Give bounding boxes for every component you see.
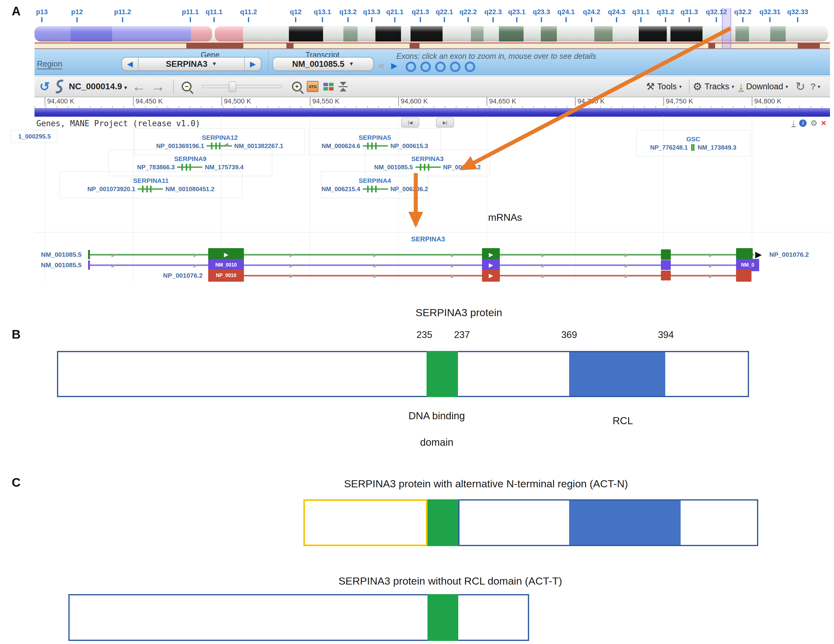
mrna-exon[interactable] — [661, 260, 671, 270]
density-block — [708, 44, 715, 48]
exon-dot[interactable] — [420, 61, 431, 72]
mrna-heading: mRNAs — [488, 212, 522, 223]
refresh-icon[interactable]: ↻ — [795, 80, 805, 93]
chevron-down-icon: ▾ — [818, 84, 820, 90]
chromosome-band — [671, 26, 703, 42]
domain-caption: DNA binding — [408, 410, 465, 422]
divider — [36, 232, 830, 232]
page-first-button[interactable]: |◀ — [401, 118, 419, 128]
divider — [689, 80, 690, 93]
gene-next-icon[interactable]: ▶ — [245, 60, 261, 68]
position-band[interactable] — [34, 108, 830, 117]
cytoband-tick — [190, 17, 191, 22]
ruler-minor-ticks — [34, 106, 830, 108]
density-block — [186, 44, 243, 48]
pan-right-icon[interactable]: → — [151, 78, 165, 95]
download-menu[interactable]: Download — [746, 82, 783, 92]
density-block — [410, 44, 419, 48]
sequence-icon[interactable] — [55, 79, 64, 94]
alternative-n-terminal-region — [303, 499, 427, 546]
mrna-line[interactable] — [89, 254, 754, 255]
transcript-selector[interactable]: NM_001085.5▼ — [272, 57, 374, 71]
cytoband-label: q23.3 — [533, 8, 550, 16]
chromosome-band — [289, 26, 323, 42]
undo-icon[interactable]: ↺ — [39, 79, 50, 94]
gear-icon[interactable]: ⚙ — [693, 80, 702, 93]
chromosome-band — [357, 26, 375, 42]
close-icon[interactable]: × — [821, 118, 826, 128]
mrna-line[interactable] — [89, 265, 759, 266]
tools-icon[interactable]: ⚒ — [646, 81, 655, 92]
zoom-slider[interactable] — [201, 85, 282, 88]
page-last-button[interactable]: ▶| — [436, 118, 454, 128]
gene-glyph-icon — [177, 164, 202, 171]
exon-next-icon[interactable]: ▶ — [391, 61, 397, 71]
gene-ref-right: NP_001076.2 — [443, 164, 481, 170]
chromosome-band — [34, 26, 71, 42]
gene-refs: NP_001369196.1NM_001382267.1 — [156, 142, 283, 149]
cytoband-tick — [769, 17, 771, 22]
cytoband-tick — [394, 17, 396, 22]
info-icon[interactable]: i — [799, 119, 807, 127]
chromosome-band — [471, 26, 483, 42]
mrna-exon[interactable]: NP_0010 — [208, 270, 244, 282]
chevron-down-icon: ▼ — [349, 61, 354, 67]
ruler-tick — [133, 97, 134, 106]
gene-value: SERPINA3 — [166, 60, 208, 69]
exon-dots[interactable] — [406, 61, 475, 72]
exon-dot[interactable] — [406, 61, 416, 72]
panel-b-label: B — [12, 328, 21, 341]
gene-name: SERPINA3 — [411, 155, 443, 162]
mrna-exon[interactable] — [736, 270, 752, 282]
atg-search-icon[interactable]: ATG — [307, 81, 318, 92]
track-title: Genes, MANE Project (release v1.0) — [36, 119, 200, 128]
gene-selector[interactable]: ◀ SERPINA3▼ ▶ — [121, 57, 262, 71]
exon-dot[interactable] — [435, 61, 446, 72]
pan-left-icon[interactable]: ← — [132, 78, 146, 95]
gene-refs: 1_000295.5 — [18, 133, 51, 139]
dna-binding-domain — [427, 351, 458, 397]
sequence-id-dropdown[interactable]: NC_000014.9 ▾ — [69, 82, 127, 92]
collapse-tracks-icon[interactable] — [338, 82, 348, 92]
ruler-tick-label: 94,700 K — [577, 97, 604, 105]
tools-menu[interactable]: Tools — [657, 82, 677, 92]
exon-dot[interactable] — [450, 61, 461, 72]
cytoband-label: p13 — [36, 8, 48, 16]
zoom-in-icon[interactable]: + — [292, 82, 302, 92]
tracks-menu[interactable]: Tracks — [705, 82, 729, 92]
mrna-exon[interactable] — [661, 249, 671, 260]
markers-icon[interactable] — [323, 83, 333, 90]
download-icon[interactable]: ↓ — [739, 81, 744, 92]
residue-number: 369 — [561, 329, 577, 341]
protein-title: SERPINA3 protein — [415, 307, 502, 319]
track-download-icon[interactable]: ↓ — [792, 119, 795, 127]
gear-icon[interactable]: ⚙ — [810, 118, 817, 128]
exon-dot[interactable] — [465, 61, 475, 72]
zoom-out-icon[interactable]: − — [182, 82, 192, 92]
gene-feature-partial[interactable]: 1_000295.5 — [11, 130, 58, 143]
gene-ref-left: NM_006215.4 — [322, 186, 360, 192]
gene-name: GSC — [686, 136, 700, 142]
gene-glyph-icon — [363, 142, 388, 149]
zoom-slider-thumb[interactable] — [229, 82, 236, 92]
help-icon[interactable]: ? — [810, 81, 816, 92]
exon-prev-icon[interactable]: ◀ — [378, 61, 384, 71]
gene-prev-icon[interactable]: ◀ — [122, 60, 138, 68]
gene-feature-serpina11[interactable]: SERPINA11NP_001073920.1NM_001080451.2 — [60, 171, 242, 198]
mrna-exon[interactable] — [661, 271, 671, 281]
density-block — [798, 44, 820, 48]
gene-refs: NM_001085.5NP_001076.2 — [374, 164, 481, 171]
cytoband-tick — [295, 17, 296, 22]
gene-feature-gsc[interactable]: GSCNP_776248.1NM_173849.3 — [636, 130, 750, 157]
divider — [173, 80, 174, 93]
chromosome-ideogram[interactable] — [34, 26, 828, 42]
gene-feature-serpina4[interactable]: SERPINA4NM_006215.4NP_006206.2 — [321, 171, 428, 198]
cytoband-label: q24.3 — [608, 8, 625, 16]
chevron-down-icon: ▾ — [786, 84, 788, 90]
gene-ref-left: NP_783866.3 — [137, 164, 175, 170]
density-block — [286, 44, 294, 48]
mrna-exon[interactable]: ▶ — [482, 270, 500, 282]
region-link[interactable]: Region — [37, 59, 62, 69]
cytoband-tick — [248, 17, 249, 22]
gene-ref-right: NM_001080451.2 — [165, 186, 214, 192]
